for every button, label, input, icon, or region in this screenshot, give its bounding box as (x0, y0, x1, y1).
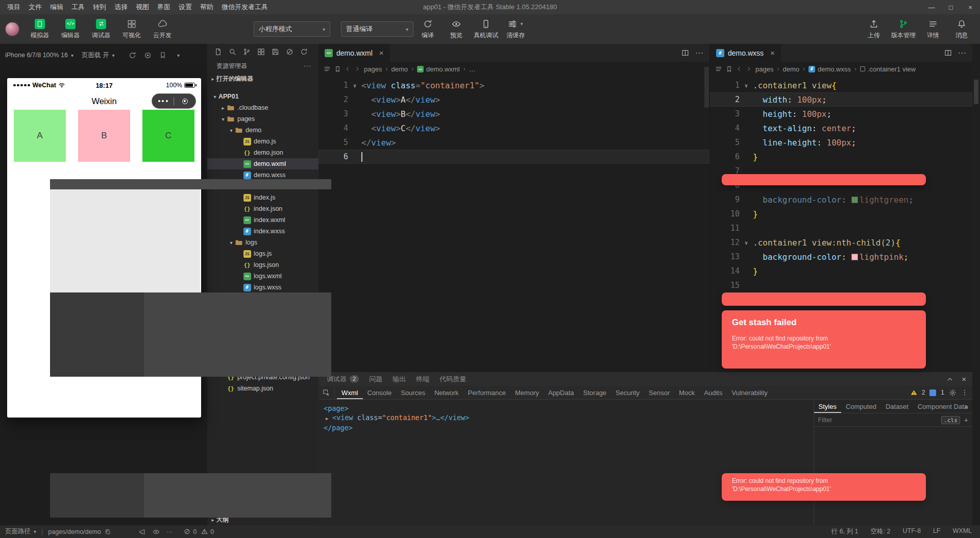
tree-item-APP01[interactable]: ▾APP01 (207, 91, 318, 102)
breadcrumb-item-3[interactable]: .container1 view (860, 65, 916, 73)
devtools-tab-appdata[interactable]: AppData (544, 386, 579, 399)
wxml-tree-node-1[interactable]: ▶<view class="container1">…</view> (324, 413, 814, 423)
forward-arrow-icon[interactable] (746, 66, 752, 72)
code-line-1[interactable]: 1 ∨ .container1 view{ (710, 78, 972, 92)
view-box-B[interactable]: B (78, 110, 130, 162)
menu-item-4[interactable]: 转到 (89, 3, 110, 12)
toast-notification-partial[interactable]: Error: could not find repository from 'D… (722, 473, 926, 501)
menu-item-3[interactable]: 工具 (67, 3, 89, 12)
capsule-menu[interactable] (152, 93, 196, 109)
breadcrumb-item-0[interactable]: pages (755, 65, 773, 73)
breadcrumb-item-1[interactable]: demo (782, 65, 799, 73)
toolbar-button-云开发[interactable]: 云开发 (149, 16, 176, 42)
chevron-up-icon[interactable] (946, 376, 953, 383)
code-line-5[interactable]: 5 line-height: 100px; (710, 135, 972, 150)
indent-indicator[interactable]: 空格: 2 (871, 527, 891, 536)
page-path-value[interactable]: pages/demo/demo (48, 528, 111, 535)
tree-item-demo.json[interactable]: {}demo.json (207, 147, 318, 158)
refresh-icon[interactable] (300, 48, 308, 56)
chevron-down-icon[interactable]: ▾ (211, 94, 218, 100)
devtools-tab-audits[interactable]: Audits (699, 386, 727, 399)
panel-tab-2[interactable]: 输出 (393, 375, 406, 384)
cls-button[interactable]: .cls (941, 416, 960, 424)
menu-item-5[interactable]: 选择 (110, 3, 132, 12)
preview-icon[interactable] (153, 528, 160, 535)
overflow-chevron-icon[interactable]: » (965, 403, 968, 410)
save-all-icon[interactable] (272, 48, 279, 56)
home-icon[interactable] (174, 99, 195, 104)
tree-item-demo[interactable]: ▾demo (207, 125, 318, 136)
tree-item-logs[interactable]: ▾logs (207, 237, 318, 248)
tree-item-sitemap.json[interactable]: {}sitemap.json (207, 383, 318, 394)
scrollbar-thumb[interactable] (974, 80, 978, 104)
feedback-icon[interactable] (139, 528, 146, 535)
styles-tab-component-data[interactable]: Component Data (913, 400, 972, 413)
close-icon[interactable]: × (379, 48, 384, 57)
panel-tab-0[interactable]: 调试器2 (327, 375, 359, 384)
menu-item-6[interactable]: 视图 (132, 3, 153, 12)
styles-tab-styles[interactable]: Styles (814, 400, 841, 413)
toolbar-button-调试器[interactable]: 调试器 (88, 16, 114, 42)
code-line-2[interactable]: 2 width: 100px; (710, 92, 972, 107)
toast-notification-collapsed[interactable] (722, 292, 926, 306)
code-line-12[interactable]: 12 ∨ .container1 view:nth-child(2){ (710, 235, 972, 250)
expand-icon[interactable]: ▶ (326, 414, 332, 423)
page-path-selector[interactable]: 页面路径 ▾ (5, 527, 36, 536)
record-icon[interactable] (144, 52, 152, 59)
eol-indicator[interactable]: LF (933, 527, 941, 536)
devtools-tab-performance[interactable]: Performance (463, 386, 510, 399)
info-badge-icon[interactable] (929, 389, 936, 396)
source-control-icon[interactable] (243, 48, 251, 56)
refresh-icon[interactable] (129, 52, 136, 59)
chevron-right-icon[interactable]: ▸ (219, 105, 227, 111)
close-icon[interactable]: × (770, 48, 775, 57)
device-select[interactable]: iPhone 6/7/8 100% 16 ▾ (5, 52, 74, 59)
problems-indicator[interactable]: 0 0 (184, 528, 214, 535)
tree-item-index.json[interactable]: {}index.json (207, 203, 318, 214)
menu-item-1[interactable]: 文件 (24, 3, 46, 12)
panel-tab-1[interactable]: 问题 (369, 375, 382, 384)
panel-tab-4[interactable]: 代码质量 (439, 375, 466, 384)
toolbar-button-编辑器[interactable]: </> 编辑器 (57, 16, 84, 42)
tree-item-.cloudbase[interactable]: ▸.cloudbase (207, 102, 318, 113)
tree-item-demo.wxml[interactable]: <>demo.wxml (207, 158, 318, 169)
tree-item-logs.json[interactable]: {}logs.json (207, 259, 318, 271)
code-line-4[interactable]: 4 text-align: center; (710, 121, 972, 135)
chevron-down-icon[interactable]: ▾ (228, 240, 235, 246)
menu-item-2[interactable]: 编辑 (46, 3, 67, 12)
devtools-tab-vulnerability[interactable]: Vulnerability (727, 386, 772, 399)
toolbar-button-预览[interactable]: 预览 (443, 16, 470, 42)
tree-item-logs.wxml[interactable]: <>logs.wxml (207, 271, 318, 282)
toolbar-button-版本管理[interactable]: 版本管理 (889, 16, 918, 42)
toolbar-button-清缓存[interactable]: ▾ 清缓存 (502, 16, 529, 42)
toolbar-button-可视化[interactable]: 可视化 (118, 16, 145, 42)
maximize-button[interactable]: □ (941, 0, 961, 14)
minimize-button[interactable]: — (922, 0, 941, 14)
menu-item-7[interactable]: 界面 (153, 3, 175, 12)
code-line-14[interactable]: 14 } (710, 264, 972, 278)
breadcrumb-item-0[interactable]: pages (364, 65, 382, 73)
chevron-down-icon[interactable]: ▾ (177, 53, 180, 58)
split-editor-icon[interactable] (944, 49, 952, 57)
split-editor-icon[interactable] (681, 49, 689, 57)
list-icon[interactable] (715, 65, 722, 72)
code-line-3[interactable]: 3 height: 100px; (710, 107, 972, 121)
chevron-down-icon[interactable]: ▾ (228, 128, 235, 133)
tree-item-index.wxml[interactable]: <>index.wxml (207, 214, 318, 226)
code-line-6[interactable]: 6 } (710, 150, 972, 164)
copy-icon[interactable] (105, 529, 111, 535)
info-count[interactable]: 1 (941, 389, 944, 396)
close-button[interactable]: × (961, 0, 980, 14)
breadcrumb-item-2[interactable]: <>demo.wxml (417, 65, 460, 73)
warning-count[interactable]: 2 (922, 389, 925, 396)
add-style-icon[interactable]: + (964, 416, 968, 424)
toolbar-button-真机调试[interactable]: 真机调试 (472, 16, 500, 42)
code-line-2[interactable]: 2 <view>A</view> (318, 92, 709, 107)
fold-icon[interactable]: ∨ (348, 83, 361, 88)
filter-input[interactable] (818, 417, 890, 424)
menu-item-10[interactable]: 微信开发者工具 (217, 3, 272, 12)
tree-item-pages[interactable]: ▾pages (207, 113, 318, 125)
inspect-element-icon[interactable] (318, 386, 335, 399)
bookmark-icon[interactable] (334, 66, 341, 72)
more-icon[interactable]: ··· (304, 62, 311, 69)
